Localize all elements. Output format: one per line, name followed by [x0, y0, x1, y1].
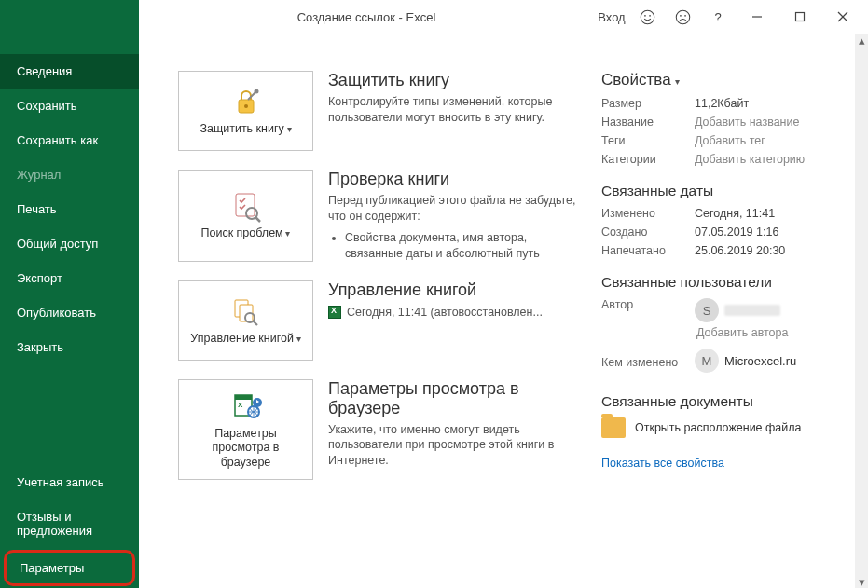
- content-area: Защитить книгу ▾ Защитить книгу Контроли…: [139, 34, 855, 588]
- tile-protect[interactable]: Защитить книгу ▾: [178, 71, 313, 151]
- svg-point-13: [254, 89, 258, 94]
- modifiedby-label: Кем изменено: [601, 356, 695, 369]
- folder-icon: [601, 417, 626, 438]
- date-modified-value: Сегодня, 11:41: [695, 207, 775, 220]
- date-created-value: 07.05.2019 1:16: [695, 226, 778, 239]
- show-all-properties-link[interactable]: Показать все свойства: [601, 457, 724, 470]
- tile-manage[interactable]: Управление книгой ▾: [178, 280, 313, 361]
- browser-title: Параметры просмотра в браузере: [328, 379, 577, 418]
- svg-point-3: [676, 10, 689, 23]
- prop-title-label: Название: [601, 116, 695, 129]
- documents-icon: [229, 294, 263, 328]
- sidebar-item-info[interactable]: Сведения: [0, 54, 139, 89]
- avatar-icon: M: [695, 349, 719, 373]
- sidebar-item-close[interactable]: Закрыть: [0, 330, 139, 364]
- prop-tags-add[interactable]: Добавить тег: [695, 134, 765, 147]
- sidebar-item-feedback[interactable]: Отзывы и предложения: [0, 499, 139, 548]
- svg-point-2: [649, 14, 651, 16]
- sidebar-item-options[interactable]: Параметры: [4, 550, 135, 586]
- checklist-icon: [229, 189, 263, 223]
- svg-line-16: [255, 217, 260, 222]
- lock-icon: [229, 85, 263, 118]
- block-manage: Управление книгой ▾ Управление книгой Се…: [178, 280, 577, 361]
- modifiedby-row[interactable]: M Microexcel.ru: [695, 349, 796, 373]
- block-browser: X Параметры просмотра в браузере Парамет…: [178, 379, 577, 481]
- inspect-title: Проверка книги: [328, 170, 577, 189]
- sidebar: Сведения Сохранить Сохранить как Журнал …: [0, 0, 139, 588]
- date-printed-label: Напечатано: [601, 244, 695, 257]
- svg-point-5: [684, 14, 686, 16]
- browser-desc: Укажите, что именно смогут видеть пользо…: [328, 422, 577, 470]
- author-row[interactable]: S: [695, 298, 788, 322]
- inspect-bullet: Свойства документа, имя автора, связанны…: [345, 230, 577, 262]
- prop-cat-label: Категории: [601, 153, 695, 166]
- title-bar: Создание ссылок - Excel Вход ?: [139, 0, 868, 34]
- svg-rect-7: [796, 13, 805, 21]
- modifiedby-name: Microexcel.ru: [724, 354, 796, 368]
- sidebar-item-export[interactable]: Экспорт: [0, 261, 139, 295]
- date-printed-value: 25.06.2019 20:30: [695, 244, 785, 257]
- related-docs-header: Связанные документы: [601, 393, 855, 410]
- properties-header[interactable]: Свойства ▾: [601, 71, 855, 89]
- block-inspect: Поиск проблем ▾ Проверка книги Перед пуб…: [178, 170, 577, 262]
- svg-point-1: [644, 14, 646, 16]
- add-author-link[interactable]: Добавить автора: [696, 326, 788, 339]
- close-button[interactable]: [821, 2, 864, 32]
- svg-line-20: [253, 321, 257, 325]
- maximize-button[interactable]: [778, 2, 821, 32]
- window-title: Создание ссылок - Excel: [139, 10, 594, 24]
- prop-title-add[interactable]: Добавить название: [695, 116, 799, 129]
- prop-cat-add[interactable]: Добавить категорию: [695, 153, 805, 166]
- login-button[interactable]: Вход: [594, 2, 629, 32]
- related-dates-header: Связанные даты: [601, 183, 855, 199]
- sidebar-item-account[interactable]: Учетная запись: [0, 465, 139, 499]
- title-controls: Вход ?: [594, 2, 864, 32]
- tile-inspect[interactable]: Поиск проблем ▾: [178, 170, 313, 262]
- avatar-icon: S: [695, 298, 719, 322]
- related-users-header: Связанные пользователи: [601, 274, 855, 291]
- prop-size-value: 11,2Кбайт: [695, 97, 749, 110]
- svg-point-4: [680, 14, 682, 16]
- scroll-up-icon[interactable]: ▴: [855, 34, 868, 47]
- autosave-entry[interactable]: Сегодня, 11:41 (автовосстановлен...: [328, 306, 577, 319]
- sidebar-item-publish[interactable]: Опубликовать: [0, 295, 139, 330]
- author-name-obscured: [724, 305, 780, 316]
- svg-text:X: X: [238, 401, 243, 409]
- open-file-location[interactable]: Открыть расположение файла: [601, 417, 855, 438]
- properties-panel: Свойства ▾ Размер11,2Кбайт НазваниеДобав…: [596, 71, 855, 499]
- inspect-desc: Перед публикацией этого файла не забудьт…: [328, 193, 577, 225]
- manage-title: Управление книгой: [328, 280, 577, 300]
- sidebar-item-save[interactable]: Сохранить: [0, 89, 139, 123]
- tile-browser[interactable]: X Параметры просмотра в браузере: [178, 379, 313, 481]
- date-modified-label: Изменено: [601, 207, 695, 220]
- author-label: Автор: [601, 298, 695, 311]
- svg-rect-22: [235, 395, 252, 400]
- sidebar-item-print[interactable]: Печать: [0, 192, 139, 226]
- prop-size-label: Размер: [601, 97, 695, 110]
- sidebar-item-share[interactable]: Общий доступ: [0, 226, 139, 261]
- excel-file-icon: [328, 306, 341, 319]
- help-icon[interactable]: ?: [700, 2, 736, 32]
- date-created-label: Создано: [601, 226, 695, 239]
- svg-point-11: [244, 104, 248, 108]
- face-frown-icon[interactable]: [665, 2, 700, 32]
- face-smile-icon[interactable]: [629, 2, 665, 32]
- protect-desc: Контролируйте типы изменений, которые по…: [328, 94, 577, 126]
- sidebar-item-saveas[interactable]: Сохранить как: [0, 123, 139, 157]
- scrollbar[interactable]: ▴ ▾: [855, 34, 868, 588]
- sidebar-item-history: Журнал: [0, 157, 139, 192]
- protect-title: Защитить книгу: [328, 71, 577, 90]
- browser-view-icon: X: [229, 390, 263, 423]
- block-protect: Защитить книгу ▾ Защитить книгу Контроли…: [178, 71, 577, 151]
- scroll-down-icon[interactable]: ▾: [855, 575, 868, 588]
- svg-point-0: [641, 10, 654, 23]
- minimize-button[interactable]: [736, 2, 778, 32]
- prop-tags-label: Теги: [601, 134, 695, 147]
